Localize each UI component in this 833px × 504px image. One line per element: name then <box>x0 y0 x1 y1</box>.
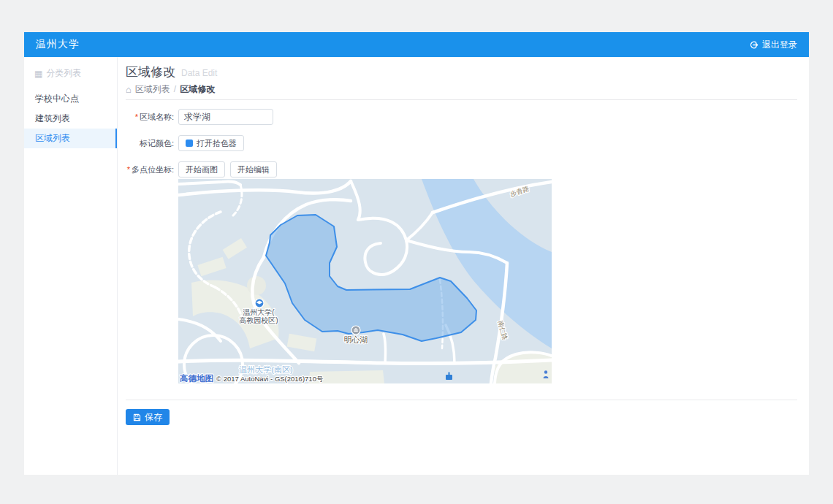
required-mark: * <box>127 165 130 174</box>
color-label: 标记颜色: <box>126 138 174 149</box>
color-swatch-icon <box>186 140 193 147</box>
south-campus-label: 温州大学(南区) <box>239 365 292 374</box>
brand-title: 温州大学 <box>36 38 80 51</box>
save-button[interactable]: 保存 <box>126 409 170 425</box>
logout-button[interactable]: 退出登录 <box>749 39 797 51</box>
campus-label-line1: 温州大学( <box>243 308 275 316</box>
start-draw-button[interactable]: 开始画图 <box>178 161 225 177</box>
desktop-background: 温州大学 退出登录 ▦ 分类列表 学校中心点 建筑列表 区域列表 <box>0 0 833 504</box>
sidebar-item-school-center[interactable]: 学校中心点 <box>24 89 117 109</box>
breadcrumb-separator: / <box>174 84 176 94</box>
name-label: *区域名称: <box>126 112 174 123</box>
save-icon <box>133 413 141 421</box>
map-copyright: © 2017 AutoNavi - GS(2016)710号 <box>216 375 324 383</box>
start-edit-button[interactable]: 开始编辑 <box>230 161 277 177</box>
lake-poi-icon <box>351 326 360 335</box>
campus-label-line2: 高教园校区) <box>239 316 278 324</box>
page-head: 区域修改 Data Edit <box>126 65 797 80</box>
form-row-coords: *多点位坐标: 开始画图 开始编辑 <box>126 161 797 177</box>
breadcrumb-root[interactable]: 区域列表 <box>135 83 170 96</box>
breadcrumb-current: 区域修改 <box>180 83 215 96</box>
header-divider <box>126 99 797 100</box>
breadcrumb: ⌂ 区域列表 / 区域修改 <box>126 84 797 94</box>
home-icon: ⌂ <box>126 84 132 95</box>
app-window: 温州大学 退出登录 ▦ 分类列表 学校中心点 建筑列表 区域列表 <box>24 32 809 475</box>
required-mark: * <box>135 112 138 121</box>
open-color-picker-button[interactable]: 打开拾色器 <box>178 135 244 151</box>
sidebar-section-title: ▦ 分类列表 <box>24 67 117 80</box>
form-row-color: 标记颜色: 打开拾色器 <box>126 135 797 151</box>
page-title: 区域修改 <box>126 65 175 79</box>
region-edit-form: *区域名称: 标记颜色: 打开拾色器 *多点位坐标: 开始画 <box>126 109 797 177</box>
logout-icon <box>749 40 758 50</box>
map-logo: 高德地图 <box>180 374 213 383</box>
grid-icon: ▦ <box>34 69 42 78</box>
sidebar-item-building-list[interactable]: 建筑列表 <box>24 109 117 129</box>
map-canvas[interactable]: 温州大学( 高教园校区) 明心湖 温州大学(南区) 步青路 南仁路 高德地图 ©… <box>178 179 552 383</box>
top-navbar: 温州大学 退出登录 <box>24 32 809 57</box>
region-name-input[interactable] <box>178 109 273 125</box>
main-content: 区域修改 Data Edit ⌂ 区域列表 / 区域修改 *区域名称: <box>118 57 809 475</box>
logout-label: 退出登录 <box>762 39 797 51</box>
save-label: 保存 <box>145 411 162 424</box>
coords-label: *多点位坐标: <box>126 164 174 175</box>
form-row-name: *区域名称: <box>126 109 797 125</box>
campus-poi-icon <box>255 299 264 308</box>
sidebar: ▦ 分类列表 学校中心点 建筑列表 区域列表 <box>24 57 118 475</box>
footer-divider <box>126 400 797 400</box>
lake-label: 明心湖 <box>344 335 368 344</box>
page-subtitle: Data Edit <box>181 66 217 80</box>
sidebar-item-region-list[interactable]: 区域列表 <box>24 129 117 148</box>
